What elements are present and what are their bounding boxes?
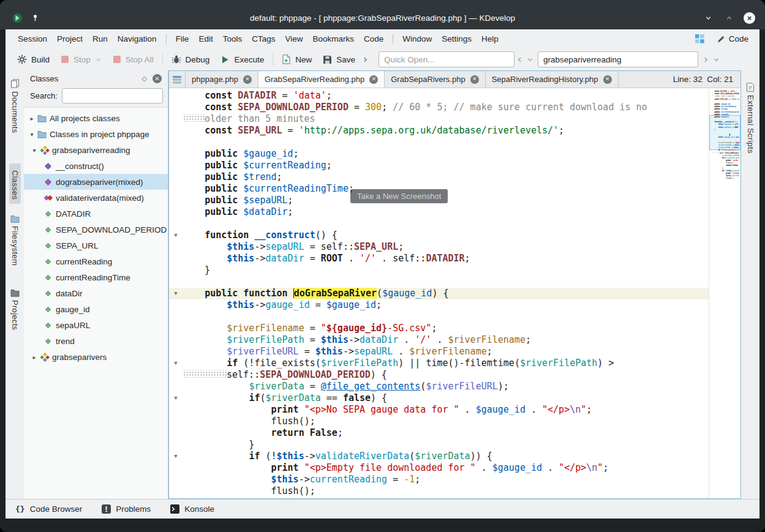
document-list-icon[interactable] (169, 71, 186, 88)
working-area-button[interactable]: Code (717, 34, 748, 43)
sidebar-tab-classes[interactable]: Classes (9, 163, 21, 203)
tree-item-grabseparivers[interactable]: ▸grabseparivers (24, 349, 168, 365)
sidebar-tab-filesystem[interactable]: Filesystem (9, 211, 21, 269)
tree-item-datadir[interactable]: dataDir (24, 285, 168, 301)
chevron-right-icon[interactable] (703, 56, 709, 63)
menu-bookmarks[interactable]: Bookmarks (307, 31, 359, 47)
expand-arrow-icon[interactable]: ▸ (28, 115, 36, 122)
code-token: = (310, 299, 326, 310)
build-button[interactable]: Build (12, 51, 55, 68)
line-wrap-indicator (183, 370, 227, 378)
menu-file[interactable]: File (171, 31, 194, 47)
menu-tools[interactable]: Tools (218, 31, 247, 47)
area-grid-icon[interactable] (695, 34, 704, 43)
menu-edit[interactable]: Edit (194, 31, 217, 47)
tree-item-validateriverdata-mixed[interactable]: validateriverdata(mixed) (24, 190, 168, 206)
new-button[interactable]: New (276, 51, 317, 68)
code-token: print (271, 462, 299, 473)
tree-item-sepa-download-period[interactable]: SEPA_DOWNLOAD_PERIOD (24, 222, 168, 238)
tree-item-gauge-id[interactable]: gauge_id (24, 301, 168, 317)
menu-settings[interactable]: Settings (437, 31, 477, 47)
tree-item-datadir[interactable]: DATADIR (24, 206, 168, 222)
float-panel-icon[interactable]: ◇ (142, 75, 147, 83)
menu-code[interactable]: Code (359, 31, 388, 47)
code-token: ) { (371, 392, 387, 403)
toolview-button-konsole[interactable]: Konsole (170, 504, 214, 514)
execute-button[interactable]: Execute (215, 51, 269, 68)
code-line: ▼ function __construct() { (169, 230, 709, 241)
chevron-down-icon[interactable] (713, 56, 720, 63)
minimize-button[interactable] (702, 12, 714, 24)
kdevelop-window: default: phppage - [ phppage:GrabSepaRiv… (0, 0, 765, 532)
tree-item-sepaurl[interactable]: sepaURL (24, 317, 168, 333)
quick-open-input[interactable] (379, 51, 514, 67)
tab-grabsepariverreading-php[interactable]: GrabSepaRiverReading.php✕ (258, 71, 385, 88)
tab-close-icon[interactable]: ✕ (369, 75, 378, 84)
toolview-button-code-browser[interactable]: {}Code Browser (15, 504, 82, 514)
fold-marker-icon[interactable]: ▼ (169, 230, 183, 241)
pin-icon[interactable] (31, 13, 39, 22)
tab-close-icon[interactable]: ✕ (470, 75, 479, 84)
collapse-arrow-icon[interactable]: ▾ (28, 131, 36, 138)
code-token: = (304, 253, 321, 264)
menu-run[interactable]: Run (88, 31, 113, 47)
gutter (169, 125, 183, 137)
code-token: const (205, 125, 232, 136)
tree-item-construct[interactable]: __construct() (24, 158, 168, 174)
sidebar-tab-label: Filesystem (10, 226, 20, 266)
toolview-button-problems[interactable]: Problems (102, 504, 151, 514)
tree-item-trend[interactable]: trend (24, 333, 168, 349)
minimap[interactable]: const DATADIR = 'data'; const SEPA_DOWNL… (709, 88, 741, 498)
tab-separiverreadinghistory-php[interactable]: SepaRiverReadingHistory.php✕ (486, 71, 619, 88)
save-button[interactable]: Save (317, 51, 361, 68)
titlebar[interactable]: default: phppage - [ phppage:GrabSepaRiv… (0, 0, 765, 29)
menu-ctags[interactable]: CTags (247, 31, 280, 47)
tree-item-grabsepariverreading[interactable]: ▾grabsepariverreading (24, 142, 168, 158)
menu-window[interactable]: Window (398, 31, 437, 47)
sidebar-tab-external-scripts[interactable]: External Scripts (745, 79, 756, 157)
tab-close-icon[interactable]: ✕ (603, 75, 612, 84)
tree-item-dograbsepariver-mixed[interactable]: dograbsepariver(mixed) (24, 174, 168, 190)
toolbar-search-input[interactable] (538, 51, 698, 67)
menu-project[interactable]: Project (52, 31, 88, 47)
expand-arrow-icon[interactable]: ▸ (30, 354, 39, 361)
close-button[interactable]: × (744, 12, 755, 24)
menu-session[interactable]: Session (13, 31, 52, 47)
tree-item-currentreading[interactable]: currentReading (24, 253, 168, 269)
chevron-left-icon[interactable] (516, 56, 523, 63)
fold-marker-icon[interactable]: ▼ (169, 451, 183, 462)
code-line-text: } (183, 439, 709, 451)
dropdown-arrow-icon (95, 56, 102, 63)
field-green-icon (42, 258, 54, 265)
tree-item-classes-in-project-phppage[interactable]: ▾Classes in project phppage (24, 126, 168, 142)
fold-marker-icon[interactable]: ▼ (169, 288, 183, 299)
debug-button[interactable]: Debug (166, 51, 216, 68)
code-line-text (183, 137, 709, 148)
maximize-button[interactable] (723, 12, 735, 24)
code-line-text: flush(); (183, 485, 709, 497)
fold-marker-icon[interactable]: ▼ (169, 392, 183, 404)
menu-view[interactable]: View (280, 31, 307, 47)
tree-item-sepa-url[interactable]: SEPA_URL (24, 238, 168, 253)
tab-close-icon[interactable]: ✕ (243, 75, 252, 84)
code-token: -1 (404, 474, 415, 485)
close-panel-icon[interactable]: ✕ (153, 74, 162, 83)
fold-marker-icon[interactable]: ▼ (169, 358, 183, 369)
tree-item-all-projects-classes[interactable]: ▸All projects classes (24, 110, 168, 126)
code-token: SEPA_URL (720, 98, 728, 100)
chevron-down-icon[interactable] (527, 56, 533, 63)
sidebar-tab-documents[interactable]: Documents (9, 75, 21, 137)
tab-grabseparivers-php[interactable]: GrabSepaRivers.php✕ (385, 71, 485, 88)
sidebar-tab-projects[interactable]: Projects (9, 285, 21, 334)
toolbar-overflow-icon[interactable] (362, 56, 369, 63)
menu-help[interactable]: Help (477, 31, 503, 47)
stop-all-button[interactable]: Stop All (107, 51, 159, 68)
classes-search-input[interactable] (62, 88, 163, 103)
code-editor[interactable]: const DATADIR = 'data'; const SEPA_DOWNL… (169, 88, 709, 498)
minimap-viewport[interactable] (709, 115, 741, 150)
tree-item-currentreadingtime[interactable]: currentReadingTime (24, 269, 168, 285)
stop-button[interactable]: Stop (55, 51, 107, 68)
menu-navigation[interactable]: Navigation (113, 31, 162, 47)
tab-phppage-php[interactable]: phppage.php✕ (186, 71, 258, 88)
collapse-arrow-icon[interactable]: ▾ (30, 147, 39, 154)
